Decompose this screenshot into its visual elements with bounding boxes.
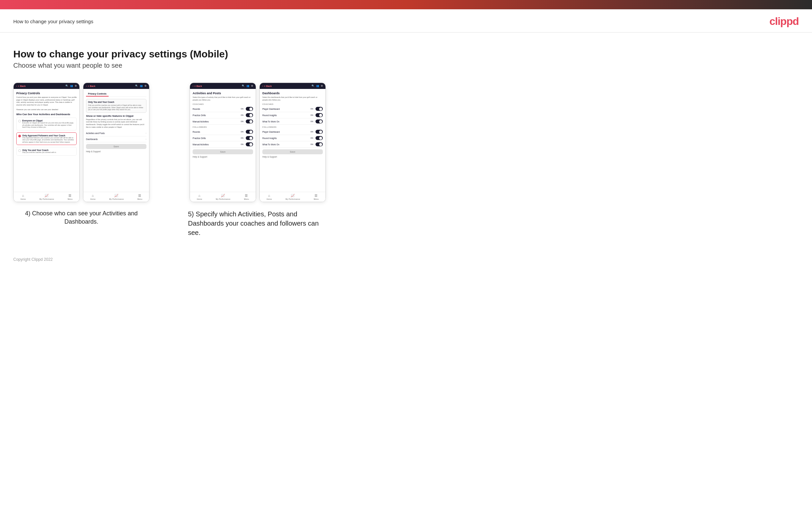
screen4-back[interactable]: ‹ < Back — [262, 85, 272, 87]
screen4-icons: 🔍 👥 ⚙ — [311, 84, 323, 87]
screen2-footer: ⌂ Home 📈 My Performance ☰ Menu — [83, 192, 149, 202]
toggle-switch[interactable] — [246, 113, 253, 117]
footer-performance4[interactable]: 📈 My Performance — [285, 194, 300, 200]
menu-dashboards[interactable]: Dashboards › — [86, 136, 146, 143]
chevron-right-icon2: › — [146, 138, 146, 141]
radio-coach-only[interactable] — [18, 149, 21, 152]
save-button4[interactable]: Save — [262, 149, 323, 154]
toggle-switch[interactable] — [315, 107, 323, 111]
screen1-title: Privacy Controls — [16, 92, 77, 95]
people-icon3[interactable]: 👥 — [246, 84, 249, 87]
home-icon: ⌂ — [22, 194, 24, 198]
toggle-switch[interactable] — [246, 119, 253, 123]
menu-icon4: ☰ — [314, 194, 317, 198]
screen3-back[interactable]: ‹ < Back — [193, 85, 202, 87]
toggle-knob — [319, 120, 322, 123]
radio-approved[interactable] — [18, 135, 21, 137]
coaches-toggles: Rounds ON Practice Drills ON Manual Acti… — [193, 106, 253, 125]
toggle-row[interactable]: What To Work On ON — [262, 118, 323, 125]
privacy-tab[interactable]: Privacy Controls — [86, 92, 109, 97]
chart-icon4: 📈 — [291, 194, 295, 198]
screenshot-pair-4: ‹ < Back 🔍 👥 ⚙ Privacy Controls Control … — [13, 82, 149, 202]
footer-menu3[interactable]: ☰ Menu — [244, 194, 249, 200]
home-icon4: ⌂ — [268, 194, 270, 198]
toggle-switch[interactable] — [246, 107, 253, 111]
save-button3[interactable]: Save — [193, 149, 253, 154]
settings-icon3[interactable]: ⚙ — [251, 84, 253, 87]
followers-toggles4: Player Dashboard ON Round Insights ON Wh… — [262, 129, 323, 148]
footer-performance3[interactable]: 📈 My Performance — [215, 194, 230, 200]
toggle-switch[interactable] — [315, 136, 323, 140]
privacy-card: Only You and Your Coach Only you and the… — [86, 99, 146, 113]
people-icon[interactable]: 👥 — [70, 84, 73, 87]
footer-home[interactable]: ⌂ Home — [20, 194, 26, 200]
option-coach-only[interactable]: Only You and Your Coach Only you and the… — [16, 147, 77, 156]
toggle-switch[interactable] — [315, 130, 323, 134]
menu-icon: ☰ — [68, 194, 71, 198]
coaches-toggles4: Player Dashboard ON Round Insights ON Wh… — [262, 106, 323, 125]
search-icon4[interactable]: 🔍 — [311, 84, 314, 87]
search-icon[interactable]: 🔍 — [65, 84, 68, 87]
screen2-body: Privacy Controls Only You and Your Coach… — [83, 89, 149, 192]
group-4: ‹ < Back 🔍 👥 ⚙ Privacy Controls Control … — [13, 82, 149, 226]
page-subtitle: Choose what you want people to see — [13, 62, 799, 69]
screen3-icons: 🔍 👥 ⚙ — [242, 84, 253, 87]
people-icon2[interactable]: 👥 — [140, 84, 143, 87]
people-icon4[interactable]: 👥 — [316, 84, 319, 87]
toggle-row[interactable]: Practice Drills ON — [193, 135, 253, 142]
footer-menu[interactable]: ☰ Menu — [67, 194, 72, 200]
footer-home2[interactable]: ⌂ Home — [90, 194, 95, 200]
screen4-footer: ⌂ Home 📈 My Performance ☰ Menu — [260, 192, 325, 202]
main-content: How to change your privacy settings (Mob… — [0, 33, 812, 275]
toggle-switch[interactable] — [246, 136, 253, 140]
toggle-switch[interactable] — [315, 113, 323, 117]
screen3-footer: ⌂ Home 📈 My Performance ☰ Menu — [190, 192, 256, 202]
toggle-row[interactable]: Rounds ON — [193, 106, 253, 112]
radio-everyone[interactable] — [18, 120, 21, 122]
settings-icon[interactable]: ⚙ — [75, 84, 77, 87]
footer-home4[interactable]: ⌂ Home — [266, 194, 272, 200]
menu-activities[interactable]: Activities and Posts › — [86, 130, 146, 136]
option-everyone[interactable]: Everyone on Clippd Everyone on Clippd ca… — [16, 117, 77, 130]
toggle-switch[interactable] — [246, 143, 253, 146]
toggle-switch[interactable] — [246, 130, 253, 134]
screen2-nav: ‹ < Back 🔍 👥 ⚙ — [83, 83, 149, 89]
toggle-row[interactable]: Manual Activities ON — [193, 118, 253, 125]
screen-2: ‹ < Back 🔍 👥 ⚙ Privacy Controls — [83, 82, 149, 202]
footer-menu4[interactable]: ☰ Menu — [313, 194, 318, 200]
toggle-row[interactable]: What To Work On ON — [262, 142, 323, 148]
coaches-label4: COACHES — [262, 103, 323, 105]
followers-toggles: Rounds ON Practice Drills ON Manual Acti… — [193, 129, 253, 148]
option-approved[interactable]: Only Approved Followers and Your Coach O… — [16, 132, 77, 145]
screen4-title: Dashboards — [262, 92, 323, 95]
toggle-switch[interactable] — [315, 143, 323, 146]
screen1-back[interactable]: ‹ < Back — [16, 85, 26, 87]
footer-performance[interactable]: 📈 My Performance — [39, 194, 54, 200]
toggle-row[interactable]: Player Dashboard ON — [262, 129, 323, 135]
toggle-row[interactable]: Round Insights ON — [262, 135, 323, 142]
settings-icon2[interactable]: ⚙ — [145, 84, 146, 87]
screen-4: ‹ < Back 🔍 👥 ⚙ Dashboards Select the das… — [259, 82, 326, 202]
chart-icon3: 📈 — [221, 194, 225, 198]
footer-performance2[interactable]: 📈 My Performance — [109, 194, 123, 200]
toggle-switch[interactable] — [315, 119, 323, 123]
screen-3: ‹ < Back 🔍 👥 ⚙ Activities and Posts Sele… — [190, 82, 256, 202]
settings-icon4[interactable]: ⚙ — [321, 84, 323, 87]
screen1-body: Privacy Controls Control how you and you… — [14, 89, 80, 192]
footer-home3[interactable]: ⌂ Home — [197, 194, 202, 200]
toggle-row[interactable]: Player Dashboard ON — [262, 106, 323, 112]
screen2-back[interactable]: ‹ < Back — [86, 85, 95, 87]
footer-menu2[interactable]: ☰ Menu — [137, 194, 142, 200]
save-button2[interactable]: Save — [86, 144, 146, 149]
toggle-row[interactable]: Manual Activities ON — [193, 142, 253, 148]
toggle-row[interactable]: Round Insights ON — [262, 112, 323, 118]
search-icon2[interactable]: 🔍 — [135, 84, 138, 87]
toggle-row[interactable]: Rounds ON — [193, 129, 253, 135]
copyright: Copyright Clippd 2022 — [13, 257, 799, 262]
screen1-body-text2: However you can control who can see your… — [16, 109, 77, 111]
search-icon3[interactable]: 🔍 — [242, 84, 245, 87]
toggle-knob — [249, 137, 252, 140]
toggle-row[interactable]: Practice Drills ON — [193, 112, 253, 118]
screen1-nav: ‹ < Back 🔍 👥 ⚙ — [14, 83, 80, 89]
screen3-nav: ‹ < Back 🔍 👥 ⚙ — [190, 83, 256, 89]
